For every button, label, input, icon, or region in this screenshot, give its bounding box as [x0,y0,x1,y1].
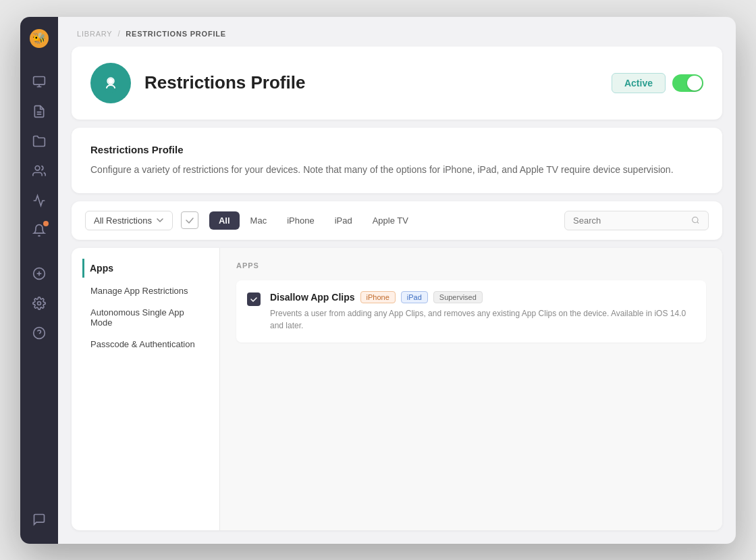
restriction-description: Prevents a user from adding any App Clip… [270,307,695,332]
section-label-apps: APPS [236,261,706,270]
page-title: Restrictions Profile [144,72,598,93]
nav-section-apps: Apps Manage App Restrictions Autonomous … [72,259,219,361]
filter-bar: All Restrictions All Mac iPhone iPad App… [72,201,722,240]
right-panel: APPS Disallow App Clips iPhone iPad [220,248,722,530]
nav-item-manage-app-restrictions[interactable]: Manage App Restrictions [82,280,209,301]
monitor-icon[interactable] [26,68,53,95]
left-nav: Apps Manage App Restrictions Autonomous … [72,248,220,530]
breadcrumb-library[interactable]: Library [77,30,112,38]
nav-section-apps-header: Apps [82,259,209,278]
active-toggle[interactable] [672,74,703,92]
tag-supervised: Supervised [433,291,483,303]
tag-ipad: iPad [401,291,428,303]
chevron-down-icon [156,216,164,224]
main-window: 🐝 [20,17,736,544]
search-box[interactable] [564,211,709,230]
restrictions-dropdown[interactable]: All Restrictions [85,211,173,230]
dropdown-label: All Restrictions [94,215,152,226]
sidebar: 🐝 [20,17,58,544]
breadcrumb: Library / Restrictions Profile [58,17,736,47]
svg-rect-2 [34,76,45,84]
description-title: Restrictions Profile [90,144,703,155]
tab-ipad[interactable]: iPad [325,211,362,230]
chat-icon[interactable] [26,506,53,533]
search-icon [691,215,700,225]
tab-iphone[interactable]: iPhone [277,211,323,230]
split-panel: Apps Manage App Restrictions Autonomous … [72,248,722,530]
restriction-name: Disallow App Clips [270,292,355,303]
svg-line-17 [697,222,699,224]
nav-item-autonomous-single-app-mode[interactable]: Autonomous Single App Mode [82,302,209,333]
content-area: Restrictions Profile Active Restrictions… [58,47,736,544]
folder-icon[interactable] [26,128,53,155]
chart-icon[interactable] [26,187,53,214]
breadcrumb-separator: / [117,29,120,39]
restriction-title-row: Disallow App Clips iPhone iPad Supervise… [270,291,695,303]
profile-icon [90,63,131,103]
document-icon[interactable] [26,98,53,125]
restriction-content: Disallow App Clips iPhone iPad Supervise… [270,291,695,332]
tab-all[interactable]: All [209,211,240,230]
description-card: Restrictions Profile Configure a variety… [72,128,722,193]
filter-tabs: All Mac iPhone iPad Apple TV [209,211,418,230]
gear-icon[interactable] [26,290,53,317]
svg-text:🐝: 🐝 [32,32,46,45]
bell-icon[interactable] [26,217,53,244]
status-badge: Active [612,73,666,93]
tab-mac[interactable]: Mac [241,211,277,230]
restriction-checkbox[interactable] [247,292,261,306]
users-icon[interactable] [26,157,53,184]
check-icon [250,295,258,303]
restriction-item-disallow-app-clips: Disallow App Clips iPhone iPad Supervise… [236,280,706,342]
svg-point-11 [38,301,41,305]
tab-appletv[interactable]: Apple TV [363,211,418,230]
checkmark-icon [185,215,194,225]
main-content: Library / Restrictions Profile Restricti… [58,17,736,544]
nav-section-apps-label: Apps [90,263,113,274]
profile-card: Restrictions Profile Active [72,47,722,120]
svg-point-16 [693,218,698,223]
tag-iphone: iPhone [360,291,396,303]
plus-icon[interactable] [26,260,53,287]
logo[interactable]: 🐝 [28,28,50,52]
bulk-checkbox[interactable] [181,211,198,229]
status-container: Active [612,73,703,93]
svg-point-7 [35,166,40,170]
search-input[interactable] [573,215,687,226]
description-text: Configure a variety of restrictions for … [90,162,703,177]
help-icon[interactable] [26,320,53,347]
breadcrumb-current: Restrictions Profile [126,30,226,38]
notification-badge [43,221,49,226]
nav-item-passcode-authentication[interactable]: Passcode & Authentication [82,334,209,355]
